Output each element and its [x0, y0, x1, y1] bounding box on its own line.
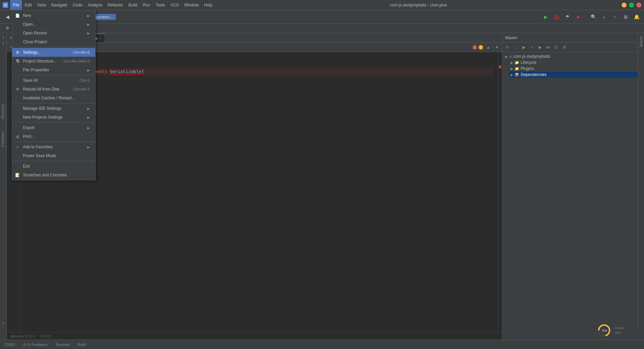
- minimize-button[interactable]: −: [622, 3, 626, 7]
- menu-bar: File Edit View Navigate Code Analyze Ref…: [10, 0, 215, 10]
- structure-side-tab[interactable]: Structure: [0, 101, 6, 122]
- maven-reload-btn[interactable]: ⟳: [504, 44, 511, 51]
- menu-item-open[interactable]: Open... ▶: [12, 20, 95, 29]
- open-recent-label: Open Recent: [23, 31, 84, 35]
- git-button[interactable]: ↑: [610, 12, 620, 22]
- editor-info-bar: jdk-java:3.11.4 3.0.22: [7, 332, 502, 340]
- problems-label: 6: Problems: [28, 343, 48, 347]
- new-projects-arrow: ▶: [87, 116, 90, 119]
- menu-item-file-properties[interactable]: File Properties ▶: [12, 66, 95, 74]
- close-button[interactable]: ×: [637, 3, 641, 7]
- debug-button[interactable]: 🐞: [552, 12, 561, 22]
- scratches-icon: 📝: [15, 172, 20, 178]
- error-nav-up[interactable]: ▲: [485, 44, 492, 51]
- menu-refactor[interactable]: Refactor: [105, 0, 126, 10]
- settings-label: Settings...: [23, 50, 66, 55]
- menu-code[interactable]: Code: [70, 0, 85, 10]
- maven-execute-btn[interactable]: ▶: [520, 44, 527, 51]
- open-label: Open...: [23, 22, 84, 27]
- left-sidebar-icons: 1 2 S: [0, 33, 7, 340]
- search-toolbar-button[interactable]: ⌕: [599, 12, 609, 22]
- nav-settings-btn[interactable]: ⚙: [3, 24, 12, 33]
- menu-item-exit[interactable]: Exit: [12, 162, 95, 171]
- maven-settings-btn[interactable]: ⚙: [561, 44, 568, 51]
- maven-toolbar: ⟳ ↓ ▶ + ▶ ⏭ ⊟ ⚙: [502, 43, 644, 52]
- maximize-button[interactable]: □: [629, 3, 634, 7]
- left-icon-2[interactable]: 2: [1, 41, 6, 46]
- tab-build[interactable]: Build: [76, 342, 87, 347]
- menu-item-project-structure[interactable]: 🏗 Project Structure... Ctrl+Alt+Shift+S: [12, 57, 95, 66]
- menu-item-manage-ide[interactable]: Manage IDE Settings ▶: [12, 104, 95, 113]
- menu-view[interactable]: View: [34, 0, 49, 10]
- terminal-button[interactable]: ⊞: [621, 12, 630, 22]
- coverage-button[interactable]: ☂: [563, 12, 572, 22]
- error-status: 1 1 ▲ ▼: [472, 44, 501, 51]
- menu-item-export[interactable]: Export ▶: [12, 123, 95, 132]
- menu-item-reload-all[interactable]: ⟳ Reload All from Disk Ctrl+Alt+Y: [12, 85, 95, 94]
- cpu-indicator[interactable]: 71% ↑ 0.1K/s ↓ 0K/s: [598, 324, 624, 337]
- open-icon: [15, 22, 20, 27]
- menu-item-add-favorites[interactable]: ☆ Add to Favorites ▶: [12, 143, 95, 151]
- window-title: com.js.studymybatis - User.java: [215, 3, 622, 7]
- menu-help[interactable]: Help: [201, 0, 215, 10]
- run-button[interactable]: ▶: [541, 12, 550, 22]
- menu-file[interactable]: File: [10, 0, 22, 10]
- menu-navigate[interactable]: Navigate: [49, 0, 70, 10]
- menu-build[interactable]: Build: [126, 0, 140, 10]
- menu-window[interactable]: Window: [181, 0, 201, 10]
- error-nav-down[interactable]: ▼: [493, 44, 501, 51]
- reload-all-shortcut: Ctrl+Alt+Y: [73, 87, 90, 91]
- maven-dependencies[interactable]: ▶ 📦 Dependencies: [509, 72, 643, 78]
- manage-ide-icon: [15, 106, 20, 111]
- maven-add-btn[interactable]: +: [528, 44, 536, 51]
- maven-side-tab[interactable]: Maven: [638, 33, 644, 50]
- maven-download-btn[interactable]: ↓: [512, 44, 519, 51]
- menu-item-new[interactable]: 📄 New ▶: [12, 11, 95, 20]
- left-icon-structure[interactable]: S: [1, 321, 6, 326]
- search-everywhere-button[interactable]: 🔍: [589, 12, 598, 22]
- menu-item-new-projects[interactable]: New Projects Settings ▶: [12, 113, 95, 122]
- maven-root-label: com.js.studymybatis: [514, 54, 550, 59]
- print-label: Print...: [23, 134, 90, 139]
- back-button[interactable]: ◀: [3, 12, 12, 22]
- menu-item-scratches[interactable]: 📝 Scratches and Consoles: [12, 171, 95, 179]
- maven-skip-btn[interactable]: ⏭: [544, 44, 552, 51]
- todo-label: TODO: [4, 343, 15, 347]
- main-toolbar: ◀ ▶ 📂 🔄 ⚙ 🔨 Add Configuration... ▶ 🐞 ☂ ■…: [0, 10, 644, 24]
- file-menu-dropdown: 📄 New ▶ Open... ▶ Open Recent ▶ Close Pr…: [12, 10, 96, 180]
- tab-problems[interactable]: ⚠ 6: Problems: [22, 342, 49, 347]
- save-all-label: Save All: [23, 78, 73, 83]
- menu-item-print[interactable]: 🖨 Print...: [12, 132, 95, 141]
- close-project-label: Close Project: [23, 40, 90, 44]
- menu-analyze[interactable]: Analyze: [85, 0, 105, 10]
- build-label: Build: [78, 343, 86, 347]
- menu-item-settings[interactable]: ⚙ Settings... Ctrl+Alt+S: [12, 48, 95, 57]
- close-project-icon: [15, 39, 20, 45]
- code-line-2: [27, 61, 494, 68]
- tab-todo[interactable]: TODO: [3, 342, 16, 347]
- menu-item-power-save[interactable]: Power Save Mode: [12, 151, 95, 160]
- menu-edit[interactable]: Edit: [22, 0, 34, 10]
- maven-collapse-btn[interactable]: ⊟: [552, 44, 560, 51]
- tab-terminal[interactable]: Terminal: [54, 342, 71, 347]
- nav-bar: ⚙ ⟳ ≡ − js › domain › User: [0, 24, 644, 33]
- menu-item-invalidate[interactable]: Invalidate Caches / Restart...: [12, 94, 95, 102]
- menu-item-save-all[interactable]: Save All Ctrl+S: [12, 76, 95, 85]
- maven-run-btn[interactable]: ▶: [536, 44, 544, 51]
- maven-lifecycle[interactable]: ▶ 📁 Lifecycle: [509, 59, 643, 66]
- maven-plugins[interactable]: ▶ 📁 Plugins: [509, 66, 643, 72]
- favorites-side-tab[interactable]: Favorites: [0, 129, 6, 149]
- tab-user-close[interactable]: ×: [99, 36, 101, 40]
- right-side-panels: Maven: [638, 33, 644, 330]
- add-favorites-arrow: ▶: [87, 145, 90, 149]
- menu-item-close-project[interactable]: Close Project: [12, 38, 95, 46]
- stop-button[interactable]: ■: [573, 12, 583, 22]
- notifications-button[interactable]: 🔔: [632, 12, 641, 22]
- menu-vcs[interactable]: VCS: [168, 0, 182, 10]
- maven-root[interactable]: ▶ m com.js.studymybatis: [504, 53, 643, 59]
- menu-tools[interactable]: Tools: [153, 0, 168, 10]
- left-icon-1[interactable]: 1: [1, 34, 6, 40]
- menu-item-open-recent[interactable]: Open Recent ▶: [12, 29, 95, 38]
- root-icon: m: [509, 54, 512, 58]
- menu-run[interactable]: Run: [140, 0, 153, 10]
